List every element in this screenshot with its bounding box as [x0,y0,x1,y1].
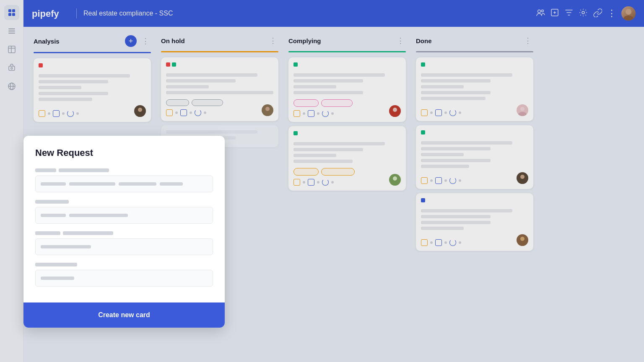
input-skeleton [41,214,66,217]
field-input-2[interactable] [35,207,213,224]
form-field-2 [35,200,213,224]
field-label-4 [35,263,213,266]
field-input-1[interactable] [35,176,213,192]
field-label-2 [35,200,213,204]
label-skeleton [35,168,56,172]
label-skeleton [59,168,109,172]
panel-title: New Request [35,147,213,158]
input-skeleton [69,214,128,217]
label-skeleton [35,200,69,204]
form-field-1 [35,168,213,192]
form-field-4 [35,263,213,287]
field-label-3 [35,231,213,235]
create-new-card-button[interactable]: Create new card [98,311,150,319]
form-field-3 [35,231,213,255]
input-skeleton [41,245,91,248]
input-skeleton [69,182,115,186]
panel-body: New Request [23,136,225,303]
input-skeleton [160,182,183,186]
label-skeleton [35,263,77,266]
field-input-4[interactable] [35,270,213,287]
label-skeleton [63,231,113,235]
new-request-panel: New Request [23,136,225,328]
field-input-3[interactable] [35,238,213,255]
input-skeleton [119,182,156,186]
input-skeleton [41,277,74,280]
field-label-1 [35,168,213,172]
label-skeleton [35,231,60,235]
input-skeleton [41,182,66,186]
create-card-footer[interactable]: Create new card [23,303,225,328]
